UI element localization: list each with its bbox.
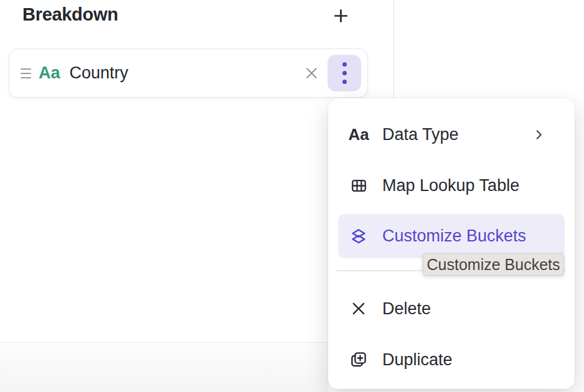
plus-icon: [331, 6, 351, 26]
menu-item-label: Duplicate: [382, 350, 453, 370]
vertical-divider: [393, 0, 394, 100]
menu-item-duplicate[interactable]: Duplicate: [328, 337, 575, 382]
menu-item-label: Map Lookup Table: [382, 176, 519, 195]
data-type-icon: Aa: [349, 125, 369, 144]
breakdown-panel: Breakdown Aa Country Aa Data Typ: [0, 0, 584, 392]
panel-footer-area: [0, 343, 329, 392]
menu-item-delete[interactable]: Delete: [328, 286, 575, 331]
stack-icon: [349, 227, 369, 246]
menu-item-data-type[interactable]: Aa Data Type: [328, 112, 575, 157]
menu-item-customize-buckets[interactable]: Customize Buckets: [338, 214, 565, 258]
chevron-right-icon: [532, 128, 546, 142]
add-breakdown-button[interactable]: [330, 5, 351, 26]
close-icon: [303, 65, 320, 82]
x-icon: [349, 300, 369, 317]
table-icon: [349, 177, 369, 195]
field-name-label: Country: [70, 63, 129, 83]
breakdown-field-card[interactable]: Aa Country: [9, 49, 368, 98]
page-title: Breakdown: [22, 4, 118, 25]
drag-handle-icon[interactable]: [21, 68, 31, 78]
field-type-badge: Aa: [39, 63, 60, 83]
copy-plus-icon: [349, 350, 369, 369]
menu-item-label: Data Type: [382, 125, 459, 144]
field-options-menu: Aa Data Type Map Lookup Table: [328, 98, 575, 389]
menu-item-label: Customize Buckets: [382, 226, 526, 246]
tooltip: Customize Buckets: [423, 253, 564, 276]
menu-item-map-lookup-table[interactable]: Map Lookup Table: [328, 163, 575, 208]
field-options-button[interactable]: [327, 55, 361, 91]
remove-field-button[interactable]: [299, 61, 324, 86]
kebab-icon: [342, 62, 347, 84]
menu-item-label: Delete: [382, 299, 431, 319]
